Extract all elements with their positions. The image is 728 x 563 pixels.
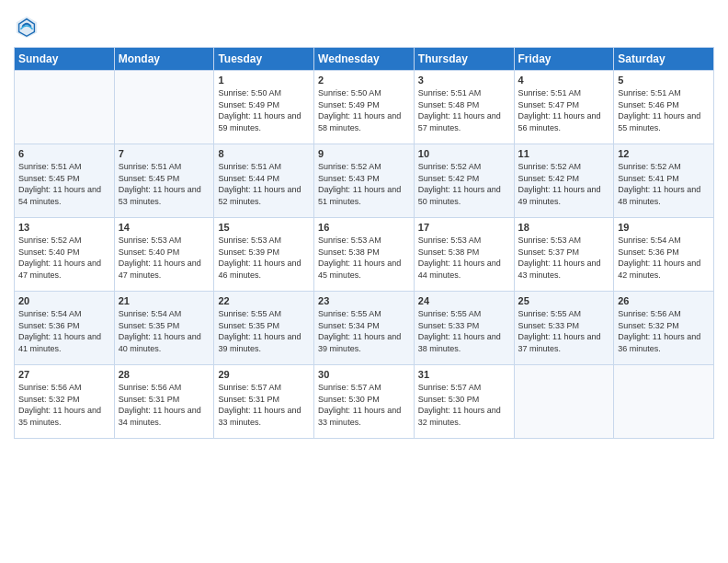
cell-line: Daylight: 11 hours and 44 minutes. bbox=[418, 258, 510, 281]
cell-info: Sunrise: 5:55 AMSunset: 5:33 PMDaylight:… bbox=[418, 308, 510, 354]
calendar-body: 1Sunrise: 5:50 AMSunset: 5:49 PMDaylight… bbox=[15, 71, 714, 439]
day-number: 15 bbox=[218, 222, 310, 233]
cell-line: Sunset: 5:42 PM bbox=[518, 173, 610, 185]
day-number: 19 bbox=[618, 222, 710, 233]
cell-line: Sunset: 5:35 PM bbox=[119, 320, 210, 332]
cell-line: Sunset: 5:48 PM bbox=[418, 99, 510, 111]
cell-line: Daylight: 11 hours and 57 minutes. bbox=[418, 110, 510, 133]
calendar-cell: 23Sunrise: 5:55 AMSunset: 5:34 PMDayligh… bbox=[314, 292, 415, 365]
header-day: Friday bbox=[514, 48, 614, 71]
logo-icon bbox=[14, 14, 40, 40]
calendar-cell: 11Sunrise: 5:52 AMSunset: 5:42 PMDayligh… bbox=[514, 144, 614, 218]
calendar-cell: 22Sunrise: 5:55 AMSunset: 5:35 PMDayligh… bbox=[214, 292, 314, 365]
cell-line: Sunset: 5:47 PM bbox=[518, 99, 610, 111]
calendar-row: 27Sunrise: 5:56 AMSunset: 5:32 PMDayligh… bbox=[15, 365, 714, 439]
cell-info: Sunrise: 5:51 AMSunset: 5:44 PMDaylight:… bbox=[218, 161, 310, 207]
calendar-cell: 31Sunrise: 5:57 AMSunset: 5:30 PMDayligh… bbox=[414, 365, 514, 439]
cell-line: Daylight: 11 hours and 59 minutes. bbox=[218, 110, 310, 133]
calendar-cell: 13Sunrise: 5:52 AMSunset: 5:40 PMDayligh… bbox=[15, 218, 115, 292]
cell-line: Sunrise: 5:56 AM bbox=[18, 382, 110, 394]
cell-line: Sunrise: 5:57 AM bbox=[318, 382, 410, 394]
calendar-row: 13Sunrise: 5:52 AMSunset: 5:40 PMDayligh… bbox=[15, 218, 714, 292]
cell-line: Daylight: 11 hours and 40 minutes. bbox=[119, 331, 210, 354]
cell-line: Sunset: 5:34 PM bbox=[318, 320, 410, 332]
day-number: 13 bbox=[18, 222, 110, 233]
cell-line: Sunrise: 5:56 AM bbox=[618, 308, 710, 320]
cell-line: Sunrise: 5:51 AM bbox=[618, 87, 710, 99]
cell-line: Sunset: 5:32 PM bbox=[618, 320, 710, 332]
cell-info: Sunrise: 5:56 AMSunset: 5:32 PMDaylight:… bbox=[18, 382, 110, 428]
calendar-container: SundayMondayTuesdayWednesdayThursdayFrid… bbox=[0, 0, 728, 453]
cell-info: Sunrise: 5:54 AMSunset: 5:36 PMDaylight:… bbox=[618, 235, 710, 281]
calendar-table: SundayMondayTuesdayWednesdayThursdayFrid… bbox=[14, 47, 714, 439]
day-number: 24 bbox=[418, 295, 510, 306]
day-number: 5 bbox=[618, 75, 710, 86]
cell-info: Sunrise: 5:52 AMSunset: 5:42 PMDaylight:… bbox=[418, 161, 510, 207]
calendar-cell: 10Sunrise: 5:52 AMSunset: 5:42 PMDayligh… bbox=[414, 144, 514, 218]
calendar-cell: 1Sunrise: 5:50 AMSunset: 5:49 PMDaylight… bbox=[214, 71, 314, 144]
calendar-cell: 25Sunrise: 5:55 AMSunset: 5:33 PMDayligh… bbox=[514, 292, 614, 365]
cell-line: Sunrise: 5:50 AM bbox=[218, 87, 310, 99]
cell-line: Daylight: 11 hours and 38 minutes. bbox=[418, 331, 510, 354]
cell-line: Daylight: 11 hours and 53 minutes. bbox=[119, 184, 210, 207]
calendar-row: 20Sunrise: 5:54 AMSunset: 5:36 PMDayligh… bbox=[15, 292, 714, 365]
calendar-cell: 18Sunrise: 5:53 AMSunset: 5:37 PMDayligh… bbox=[514, 218, 614, 292]
cell-line: Daylight: 11 hours and 32 minutes. bbox=[418, 405, 510, 428]
day-number: 17 bbox=[418, 222, 510, 233]
cell-line: Sunset: 5:38 PM bbox=[418, 247, 510, 259]
cell-line: Sunset: 5:31 PM bbox=[119, 394, 210, 406]
day-number: 16 bbox=[318, 222, 410, 233]
header-day: Monday bbox=[114, 48, 214, 71]
calendar-cell bbox=[514, 365, 614, 439]
calendar-cell: 8Sunrise: 5:51 AMSunset: 5:44 PMDaylight… bbox=[214, 144, 314, 218]
cell-line: Sunset: 5:36 PM bbox=[618, 247, 710, 259]
day-number: 12 bbox=[618, 148, 710, 159]
cell-line: Sunset: 5:39 PM bbox=[218, 247, 310, 259]
day-number: 11 bbox=[518, 148, 610, 159]
cell-line: Daylight: 11 hours and 37 minutes. bbox=[518, 331, 610, 354]
calendar-cell: 19Sunrise: 5:54 AMSunset: 5:36 PMDayligh… bbox=[614, 218, 714, 292]
day-number: 26 bbox=[618, 295, 710, 306]
cell-info: Sunrise: 5:52 AMSunset: 5:42 PMDaylight:… bbox=[518, 161, 610, 207]
cell-line: Sunrise: 5:51 AM bbox=[119, 161, 210, 173]
cell-info: Sunrise: 5:54 AMSunset: 5:36 PMDaylight:… bbox=[18, 308, 110, 354]
cell-line: Daylight: 11 hours and 52 minutes. bbox=[218, 184, 310, 207]
calendar-cell: 4Sunrise: 5:51 AMSunset: 5:47 PMDaylight… bbox=[514, 71, 614, 144]
cell-line: Sunset: 5:41 PM bbox=[618, 173, 710, 185]
calendar-cell: 30Sunrise: 5:57 AMSunset: 5:30 PMDayligh… bbox=[314, 365, 415, 439]
cell-line: Sunset: 5:35 PM bbox=[218, 320, 310, 332]
cell-info: Sunrise: 5:51 AMSunset: 5:46 PMDaylight:… bbox=[618, 87, 710, 133]
header-day: Tuesday bbox=[214, 48, 314, 71]
cell-info: Sunrise: 5:53 AMSunset: 5:39 PMDaylight:… bbox=[218, 235, 310, 281]
cell-line: Daylight: 11 hours and 42 minutes. bbox=[618, 258, 710, 281]
calendar-cell: 24Sunrise: 5:55 AMSunset: 5:33 PMDayligh… bbox=[414, 292, 514, 365]
cell-line: Sunset: 5:38 PM bbox=[318, 247, 410, 259]
day-number: 27 bbox=[18, 369, 110, 380]
cell-line: Sunset: 5:45 PM bbox=[18, 173, 110, 185]
cell-line: Daylight: 11 hours and 50 minutes. bbox=[418, 184, 510, 207]
cell-line: Daylight: 11 hours and 47 minutes. bbox=[18, 258, 110, 281]
cell-line: Sunset: 5:33 PM bbox=[518, 320, 610, 332]
cell-line: Sunrise: 5:53 AM bbox=[518, 235, 610, 247]
cell-info: Sunrise: 5:55 AMSunset: 5:35 PMDaylight:… bbox=[218, 308, 310, 354]
cell-line: Sunrise: 5:55 AM bbox=[318, 308, 410, 320]
cell-info: Sunrise: 5:55 AMSunset: 5:33 PMDaylight:… bbox=[518, 308, 610, 354]
cell-line: Sunrise: 5:52 AM bbox=[618, 161, 710, 173]
cell-line: Sunset: 5:43 PM bbox=[318, 173, 410, 185]
cell-line: Sunrise: 5:51 AM bbox=[18, 161, 110, 173]
cell-line: Daylight: 11 hours and 46 minutes. bbox=[218, 258, 310, 281]
day-number: 4 bbox=[518, 75, 610, 86]
calendar-row: 6Sunrise: 5:51 AMSunset: 5:45 PMDaylight… bbox=[15, 144, 714, 218]
day-number: 1 bbox=[218, 75, 310, 86]
cell-line: Sunrise: 5:52 AM bbox=[418, 161, 510, 173]
cell-line: Sunrise: 5:55 AM bbox=[418, 308, 510, 320]
cell-info: Sunrise: 5:53 AMSunset: 5:38 PMDaylight:… bbox=[318, 235, 410, 281]
cell-info: Sunrise: 5:51 AMSunset: 5:45 PMDaylight:… bbox=[18, 161, 110, 207]
calendar-header: SundayMondayTuesdayWednesdayThursdayFrid… bbox=[15, 48, 714, 71]
cell-info: Sunrise: 5:53 AMSunset: 5:40 PMDaylight:… bbox=[119, 235, 210, 281]
cell-line: Sunrise: 5:51 AM bbox=[418, 87, 510, 99]
cell-info: Sunrise: 5:51 AMSunset: 5:47 PMDaylight:… bbox=[518, 87, 610, 133]
day-number: 18 bbox=[518, 222, 610, 233]
cell-info: Sunrise: 5:50 AMSunset: 5:49 PMDaylight:… bbox=[218, 87, 310, 133]
calendar-cell: 12Sunrise: 5:52 AMSunset: 5:41 PMDayligh… bbox=[614, 144, 714, 218]
